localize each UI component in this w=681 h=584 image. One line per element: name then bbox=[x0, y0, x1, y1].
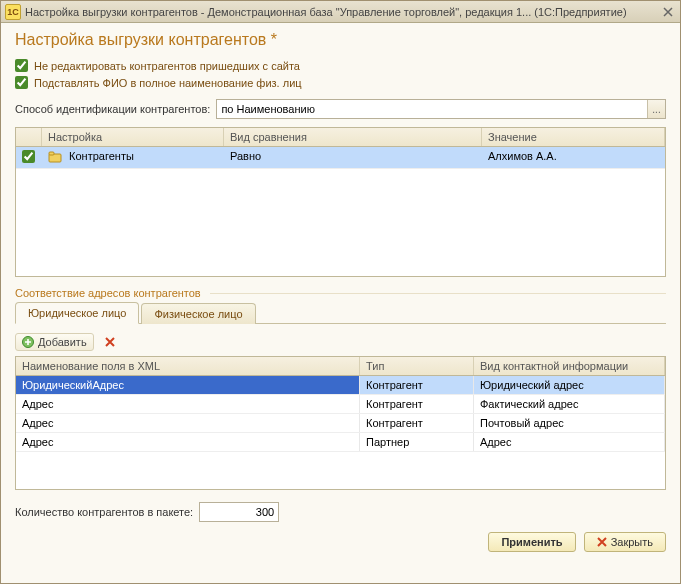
filter-grid-head: Настройка Вид сравнения Значение bbox=[16, 128, 665, 147]
id-method-label: Способ идентификации контрагентов: bbox=[15, 103, 210, 115]
checkbox-substitute-fio-input[interactable] bbox=[15, 76, 28, 89]
addr-contact: Почтовый адрес bbox=[474, 414, 665, 432]
addr-contact: Фактический адрес bbox=[474, 395, 665, 413]
close-icon[interactable] bbox=[660, 4, 676, 20]
close-button-label: Закрыть bbox=[611, 536, 653, 548]
id-method-input[interactable] bbox=[217, 100, 647, 118]
addr-col-contact[interactable]: Вид контактной информации bbox=[474, 357, 665, 375]
addr-type: Контрагент bbox=[360, 414, 474, 432]
table-row[interactable]: АдресКонтрагентПочтовый адрес bbox=[16, 414, 665, 433]
page-title: Настройка выгрузки контрагентов * bbox=[15, 31, 666, 49]
tab-individual[interactable]: Физическое лицо bbox=[141, 303, 255, 324]
addr-type: Контрагент bbox=[360, 395, 474, 413]
table-row[interactable]: АдресПартнерАдрес bbox=[16, 433, 665, 452]
address-grid-body: ЮридическийАдресКонтрагентЮридический ад… bbox=[16, 376, 665, 489]
content: Настройка выгрузки контрагентов * Не ред… bbox=[1, 23, 680, 583]
apply-button-label: Применить bbox=[501, 536, 562, 548]
addr-type: Контрагент bbox=[360, 376, 474, 394]
filter-grid: Настройка Вид сравнения Значение Контраг… bbox=[15, 127, 666, 277]
close-red-icon bbox=[597, 537, 607, 547]
addr-col-xml[interactable]: Наименование поля в XML bbox=[16, 357, 360, 375]
button-bar: Применить Закрыть bbox=[15, 532, 666, 552]
checkbox-substitute-fio-label: Подставлять ФИО в полное наименование фи… bbox=[34, 77, 302, 89]
addr-xml: Адрес bbox=[16, 433, 360, 451]
add-button[interactable]: Добавить bbox=[15, 333, 94, 351]
addr-contact: Юридический адрес bbox=[474, 376, 665, 394]
row-check-input[interactable] bbox=[22, 150, 35, 163]
row-compare: Равно bbox=[224, 147, 482, 168]
filter-col-compare[interactable]: Вид сравнения bbox=[224, 128, 482, 146]
table-row[interactable]: АдресКонтрагентФактический адрес bbox=[16, 395, 665, 414]
filter-grid-body: Контрагенты Равно Алхимов А.А. bbox=[16, 147, 665, 276]
tab-legal[interactable]: Юридическое лицо bbox=[15, 302, 139, 324]
addr-xml: ЮридическийАдрес bbox=[16, 376, 360, 394]
add-button-label: Добавить bbox=[38, 336, 87, 348]
addr-type: Партнер bbox=[360, 433, 474, 451]
row-check[interactable] bbox=[16, 147, 42, 168]
addr-xml: Адрес bbox=[16, 395, 360, 413]
window: 1C Настройка выгрузки контрагентов - Дем… bbox=[0, 0, 681, 584]
table-row[interactable]: ЮридическийАдресКонтрагентЮридический ад… bbox=[16, 376, 665, 395]
toolbar: Добавить bbox=[15, 332, 666, 352]
delete-button[interactable] bbox=[100, 332, 120, 352]
close-button[interactable]: Закрыть bbox=[584, 532, 666, 552]
app-icon: 1C bbox=[5, 4, 21, 20]
filter-col-value[interactable]: Значение bbox=[482, 128, 665, 146]
row-setting: Контрагенты bbox=[42, 147, 224, 168]
id-method-row: Способ идентификации контрагентов: ... bbox=[15, 99, 666, 119]
filter-col-check bbox=[16, 128, 42, 146]
packet-input[interactable] bbox=[199, 502, 279, 522]
address-grid-head: Наименование поля в XML Тип Вид контактн… bbox=[16, 357, 665, 376]
filter-col-setting[interactable]: Настройка bbox=[42, 128, 224, 146]
tabs: Юридическое лицо Физическое лицо bbox=[15, 301, 666, 324]
id-method-more-button[interactable]: ... bbox=[647, 100, 665, 118]
row-setting-text: Контрагенты bbox=[69, 150, 134, 162]
svg-rect-1 bbox=[49, 152, 54, 155]
titlebar: 1C Настройка выгрузки контрагентов - Дем… bbox=[1, 1, 680, 23]
apply-button[interactable]: Применить bbox=[488, 532, 575, 552]
row-value: Алхимов А.А. bbox=[482, 147, 665, 168]
window-title: Настройка выгрузки контрагентов - Демонс… bbox=[25, 6, 660, 18]
checkbox-no-edit-label: Не редактировать контрагентов пришедших … bbox=[34, 60, 300, 72]
section-label-addresses: Соответствие адресов контрагентов bbox=[15, 287, 666, 299]
addr-contact: Адрес bbox=[474, 433, 665, 451]
addr-xml: Адрес bbox=[16, 414, 360, 432]
packet-label: Количество контрагентов в пакете: bbox=[15, 506, 193, 518]
plus-icon bbox=[22, 336, 34, 348]
address-grid: Наименование поля в XML Тип Вид контактн… bbox=[15, 356, 666, 490]
delete-icon bbox=[104, 336, 116, 348]
id-method-combo[interactable]: ... bbox=[216, 99, 666, 119]
addr-col-type[interactable]: Тип bbox=[360, 357, 474, 375]
checkbox-no-edit[interactable]: Не редактировать контрагентов пришедших … bbox=[15, 59, 666, 72]
checkbox-substitute-fio[interactable]: Подставлять ФИО в полное наименование фи… bbox=[15, 76, 666, 89]
checkbox-no-edit-input[interactable] bbox=[15, 59, 28, 72]
table-row[interactable]: Контрагенты Равно Алхимов А.А. bbox=[16, 147, 665, 169]
packet-row: Количество контрагентов в пакете: bbox=[15, 502, 666, 522]
folder-icon bbox=[48, 150, 62, 164]
